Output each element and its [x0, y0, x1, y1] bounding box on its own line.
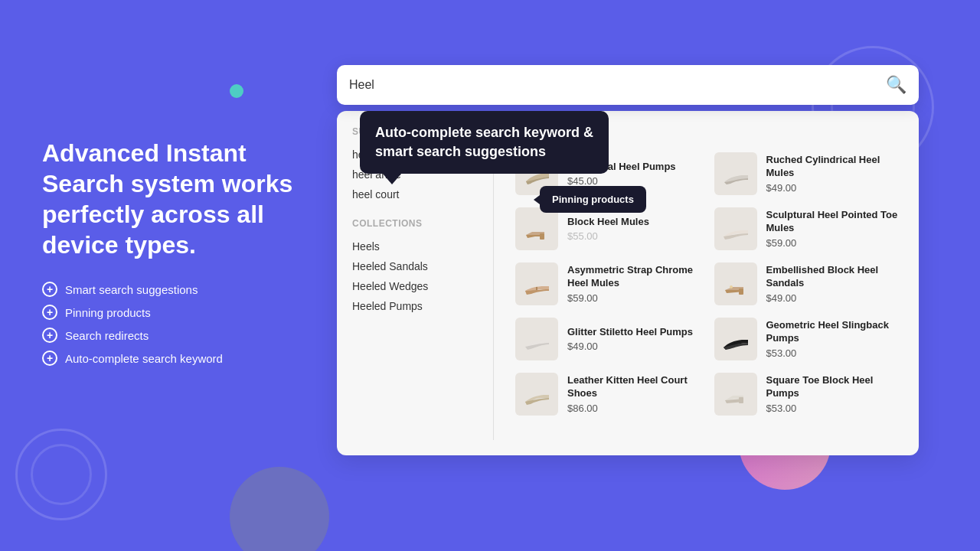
- collection-heels[interactable]: Heels: [352, 236, 475, 256]
- feature-label-smart-search: Smart search suggestions: [65, 283, 198, 296]
- product-item-9[interactable]: Square Toe Block Heel Pumps $53.00: [708, 367, 907, 422]
- product-thumb-5: [714, 262, 757, 305]
- product-item-6[interactable]: Glitter Stiletto Heel Pumps $49.00: [509, 311, 708, 367]
- product-name-8: Leather Kitten Heel Court Shoes: [567, 374, 702, 400]
- product-price-5: $49.00: [766, 292, 901, 304]
- product-item-4[interactable]: Asymmetric Strap Chrome Heel Mules $59.0…: [509, 256, 708, 311]
- feature-icon-smart-search: +: [42, 282, 57, 297]
- feature-icon-redirects: +: [42, 328, 57, 343]
- search-button[interactable]: 🔍: [886, 75, 906, 95]
- decorative-circle-teal: [230, 84, 243, 98]
- feature-icon-autocomplete: +: [42, 350, 57, 366]
- product-thumb-9: [714, 373, 757, 416]
- search-input[interactable]: [349, 78, 886, 92]
- product-info-8: Leather Kitten Heel Court Shoes $86.00: [567, 374, 702, 414]
- product-thumb-7: [714, 318, 757, 360]
- product-name-1: Ruched Cylindrical Heel Mules: [766, 154, 901, 180]
- search-panel: 🔍 Auto-complete search keyword &smart se…: [337, 65, 919, 455]
- feature-item-smart-search: + Smart search suggestions: [42, 282, 318, 297]
- feature-list: + Smart search suggestions + Pinning pro…: [42, 282, 318, 366]
- tooltip-arrow: [383, 174, 401, 184]
- product-info-7: Geometric Heel Slingback Pumps $53.00: [766, 319, 901, 359]
- product-info-4: Asymmetric Strap Chrome Heel Mules $59.0…: [567, 264, 702, 304]
- product-thumb-8: [515, 373, 558, 416]
- svg-point-3: [730, 285, 733, 289]
- product-thumb-6: [515, 318, 558, 360]
- product-name-6: Glitter Stiletto Heel Pumps: [567, 326, 702, 339]
- collections-header: Collections: [352, 218, 475, 229]
- product-item-1[interactable]: Ruched Cylindrical Heel Mules $49.00: [708, 146, 907, 201]
- product-price-7: $53.00: [766, 347, 901, 359]
- product-name-7: Geometric Heel Slingback Pumps: [766, 319, 901, 345]
- collection-heeled-wedges[interactable]: Heeled Wedges: [352, 276, 475, 296]
- product-info-1: Ruched Cylindrical Heel Mules $49.00: [766, 154, 901, 194]
- product-thumb-3: [714, 207, 757, 250]
- pinning-tooltip-label: Pinning products: [552, 194, 634, 205]
- product-item-5[interactable]: Embellished Block Heel Sandals $49.00: [708, 256, 907, 311]
- product-price-8: $86.00: [567, 403, 702, 414]
- product-info-5: Embellished Block Heel Sandals $49.00: [766, 264, 901, 304]
- decorative-circle-gray: [230, 467, 329, 551]
- product-name-9: Square Toe Block Heel Pumps: [766, 374, 901, 400]
- product-name-3: Sculptural Heel Pointed Toe Mules: [766, 209, 901, 235]
- feature-label-redirects: Search redirects: [65, 329, 149, 342]
- product-info-2: Block Heel Mules $55.00: [567, 216, 702, 243]
- product-item-7[interactable]: Geometric Heel Slingback Pumps $53.00: [708, 311, 907, 367]
- tooltip-box: Auto-complete search keyword &smart sear…: [360, 111, 609, 174]
- search-bar: 🔍: [337, 65, 919, 105]
- product-price-4: $59.00: [567, 292, 702, 304]
- feature-label-pinning: Pinning products: [65, 306, 151, 319]
- product-thumb-4: [515, 262, 558, 305]
- product-thumb-2: [515, 207, 558, 250]
- heading: Advanced Instant Search system works per…: [42, 138, 318, 260]
- product-item-3[interactable]: Sculptural Heel Pointed Toe Mules $59.00: [708, 201, 907, 256]
- product-info-3: Sculptural Heel Pointed Toe Mules $59.00: [766, 209, 901, 249]
- product-price-3: $59.00: [766, 237, 901, 249]
- collection-heeled-sandals[interactable]: Heeled Sandals: [352, 256, 475, 276]
- tooltip-text: Auto-complete search keyword &smart sear…: [375, 125, 593, 159]
- product-info-9: Square Toe Block Heel Pumps $53.00: [766, 374, 901, 414]
- decorative-arc-left2: [31, 444, 92, 505]
- collections-section: Collections Heels Heeled Sandals Heeled …: [352, 218, 475, 316]
- product-info-6: Glitter Stiletto Heel Pumps $49.00: [567, 326, 702, 353]
- product-price-9: $53.00: [766, 403, 901, 414]
- product-thumb-1: [714, 152, 757, 195]
- pinning-tooltip: Pinning products: [540, 186, 646, 213]
- feature-item-pinning: + Pinning products: [42, 305, 318, 320]
- product-price-2: $55.00: [567, 230, 702, 242]
- product-name-4: Asymmetric Strap Chrome Heel Mules: [567, 264, 702, 290]
- left-panel: Advanced Instant Search system works per…: [42, 138, 318, 366]
- product-item-2[interactable]: Block Heel Mules $55.00 Pinning products: [509, 201, 708, 256]
- product-item-8[interactable]: Leather Kitten Heel Court Shoes $86.00: [509, 367, 708, 422]
- product-name-2: Block Heel Mules: [567, 216, 702, 229]
- feature-item-autocomplete: + Auto-complete search keyword: [42, 350, 318, 366]
- feature-item-redirects: + Search redirects: [42, 328, 318, 343]
- product-price-1: $49.00: [766, 182, 901, 194]
- products-grid: Sculptural Heel Pumps $45.00 Ruched Cyli…: [509, 146, 906, 422]
- collection-heeled-pumps[interactable]: Heeled Pumps: [352, 296, 475, 316]
- search-tooltip: Auto-complete search keyword &smart sear…: [360, 111, 609, 184]
- product-name-5: Embellished Block Heel Sandals: [766, 264, 901, 290]
- suggestion-item-heel-court[interactable]: heel court: [352, 184, 475, 204]
- feature-label-autocomplete: Auto-complete search keyword: [65, 352, 223, 365]
- feature-icon-pinning: +: [42, 305, 57, 320]
- product-price-6: $49.00: [567, 341, 702, 352]
- search-icon: 🔍: [886, 75, 906, 94]
